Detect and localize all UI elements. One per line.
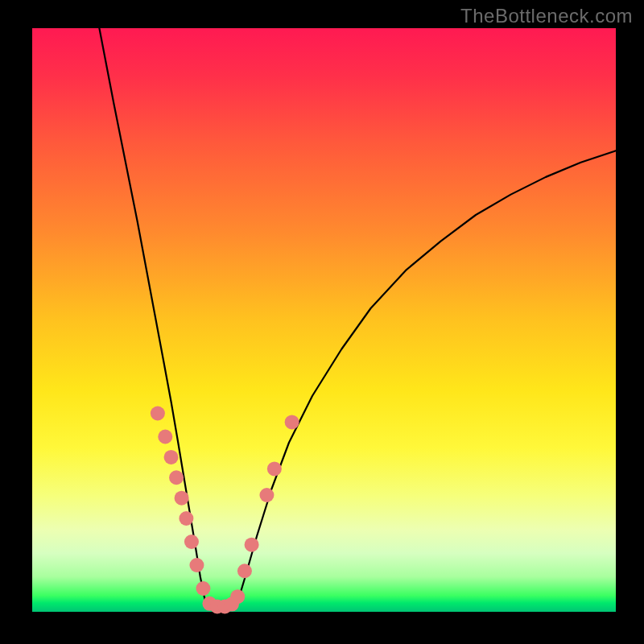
curve-marker-dot — [175, 491, 189, 506]
bottleneck-chart — [0, 0, 644, 644]
curve-marker-dot — [151, 407, 165, 421]
curve-marker-dot — [184, 535, 199, 549]
curve-marker-dot — [245, 538, 259, 552]
curve-marker-dot — [285, 415, 299, 429]
curve-marker-dot — [189, 558, 204, 572]
curve-marker-dot — [259, 488, 274, 502]
curve-marker-dot — [169, 470, 184, 485]
curve-marker-dot — [158, 430, 172, 444]
chart-container: TheBottleneck.com — [0, 0, 644, 644]
curve-marker-dot — [164, 450, 179, 464]
curve-marker-dot — [267, 461, 282, 476]
curve-marker-dot — [196, 581, 210, 596]
curve-marker-dot — [230, 589, 245, 604]
watermark-text: TheBottleneck.com — [460, 5, 633, 27]
chart-gradient-background — [32, 28, 616, 612]
curve-marker-dot — [179, 511, 193, 526]
curve-marker-dot — [237, 564, 252, 578]
